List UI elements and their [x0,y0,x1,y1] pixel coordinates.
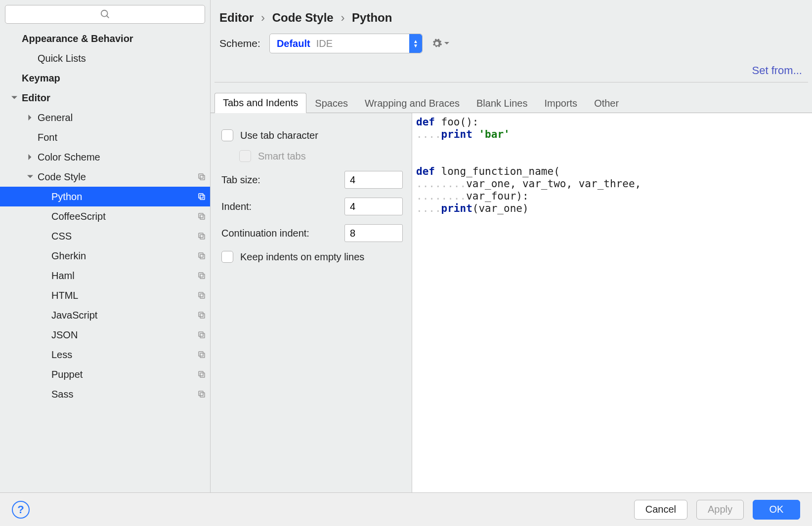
scheme-sub: IDE [316,38,333,49]
tab-bar: Tabs and IndentsSpacesWrapping and Brace… [211,92,812,113]
scope-icon [197,212,206,221]
breadcrumb-sep: › [257,11,269,24]
sidebar-item-puppet[interactable]: Puppet [0,364,210,384]
sidebar-item-css[interactable]: CSS [0,226,210,246]
sidebar-item-label: Sass [51,389,197,400]
scope-icon [197,251,206,260]
svg-rect-11 [199,253,203,257]
scheme-select[interactable]: Default IDE ▲▼ [269,34,423,53]
tab-wrapping-and-braces[interactable]: Wrapping and Braces [356,93,468,113]
sidebar-item-code-style[interactable]: Code Style [0,167,210,187]
continuation-indent-label: Continuation indent: [221,228,309,239]
scheme-gear-button[interactable] [431,38,449,49]
sidebar-item-haml[interactable]: Haml [0,266,210,285]
smart-tabs-checkbox: Smart tabs [221,146,403,166]
svg-rect-18 [200,333,205,338]
sidebar-item-python[interactable]: Python [0,187,210,206]
breadcrumb-editor[interactable]: Editor [219,11,254,24]
caret-right-icon [23,154,38,160]
svg-rect-19 [199,332,203,336]
scope-icon [197,172,206,181]
scope-icon [197,311,206,320]
sidebar-item-label: Quick Lists [38,53,206,64]
sidebar-item-label: JavaScript [51,310,197,321]
svg-rect-21 [199,352,203,356]
scope-icon [197,350,206,359]
sidebar-item-label: Code Style [38,171,197,183]
sidebar-item-sass[interactable]: Sass [0,384,210,404]
breadcrumb-python[interactable]: Python [352,11,392,24]
keep-indents-checkbox[interactable]: Keep indents on empty lines [221,246,403,267]
tab-tabs-and-indents[interactable]: Tabs and Indents [214,93,306,113]
scheme-label: Scheme: [219,38,260,49]
sidebar-item-less[interactable]: Less [0,345,210,364]
search-input[interactable] [5,5,205,24]
set-from-link[interactable]: Set from... [211,64,812,82]
checkbox-icon [221,251,233,263]
apply-button: Apply [696,500,744,520]
svg-rect-20 [200,353,205,358]
sidebar-item-appearance-behavior[interactable]: Appearance & Behavior [0,29,210,48]
sidebar-item-general[interactable]: General [0,108,210,127]
search-icon [100,9,111,20]
svg-rect-10 [200,254,205,259]
sidebar-item-keymap[interactable]: Keymap [0,68,210,88]
tab-size-input[interactable] [344,171,403,189]
tab-blank-lines[interactable]: Blank Lines [468,93,536,113]
tabs-indents-form: Use tab character Smart tabs Tab size: I… [211,113,412,492]
svg-rect-22 [200,373,205,377]
tab-size-label: Tab size: [221,174,260,186]
sidebar-item-editor[interactable]: Editor [0,88,210,108]
checkbox-icon [221,129,233,141]
indent-label: Indent: [221,201,252,212]
svg-rect-14 [200,294,205,298]
svg-point-0 [101,10,107,17]
tab-spaces[interactable]: Spaces [306,93,356,113]
main-panel: Editor › Code Style › Python Scheme: Def… [211,0,812,492]
scope-icon [197,271,206,280]
chevron-down-icon [444,41,449,46]
sidebar-item-label: Less [51,349,197,361]
breadcrumb-code-style[interactable]: Code Style [272,11,334,24]
breadcrumb-sep: › [337,11,348,24]
svg-rect-17 [199,312,203,317]
code-preview: def foo(): ....print 'bar' def long_func… [412,113,812,492]
sidebar-item-html[interactable]: HTML [0,285,210,305]
tab-other[interactable]: Other [586,93,627,113]
scope-icon [197,291,206,300]
scope-icon [197,232,206,241]
svg-rect-3 [199,174,203,178]
continuation-indent-input[interactable] [344,224,403,242]
sidebar-item-json[interactable]: JSON [0,325,210,345]
indent-input[interactable] [344,198,403,215]
sidebar-item-label: Puppet [51,369,197,380]
sidebar-item-javascript[interactable]: JavaScript [0,305,210,325]
svg-rect-12 [200,274,205,279]
sidebar-item-coffeescript[interactable]: CoffeeScript [0,206,210,226]
cancel-button[interactable]: Cancel [634,500,687,520]
svg-line-1 [106,16,109,18]
svg-rect-8 [200,235,205,239]
settings-tree: Appearance & BehaviorQuick ListsKeymapEd… [0,29,210,492]
ok-button[interactable]: OK [753,500,800,520]
help-button[interactable]: ? [12,501,30,519]
svg-rect-2 [200,175,205,180]
sidebar-item-label: CoffeeScript [51,211,197,222]
breadcrumb: Editor › Code Style › Python [211,0,812,34]
sidebar-item-quick-lists[interactable]: Quick Lists [0,48,210,68]
sidebar-item-label: JSON [51,329,197,341]
sidebar-item-font[interactable]: Font [0,127,210,147]
scope-icon [197,330,206,339]
sidebar-item-label: General [38,112,206,123]
scope-icon [197,192,206,201]
svg-rect-13 [199,273,203,277]
sidebar-item-label: CSS [51,231,197,242]
use-tab-checkbox[interactable]: Use tab character [221,125,403,146]
sidebar-item-label: Haml [51,270,197,282]
scope-icon [197,390,206,399]
sidebar-item-color-scheme[interactable]: Color Scheme [0,147,210,167]
tab-imports[interactable]: Imports [536,93,586,113]
sidebar-item-gherkin[interactable]: Gherkin [0,246,210,266]
sidebar-item-label: Keymap [22,73,206,84]
svg-rect-9 [199,233,203,238]
